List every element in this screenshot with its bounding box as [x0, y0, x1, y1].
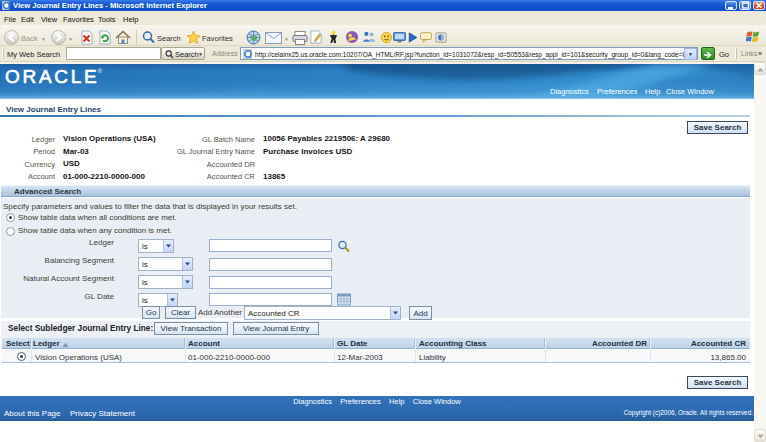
svg-text:®: ® [98, 68, 103, 74]
svg-text:ORACLE: ORACLE [5, 66, 99, 87]
